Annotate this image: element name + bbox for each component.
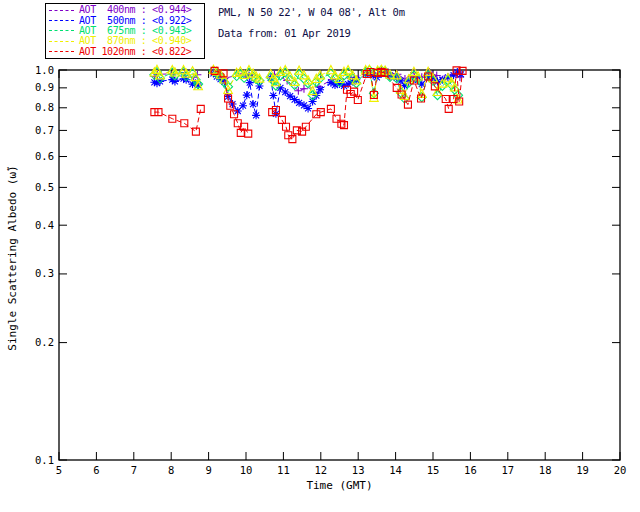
legend-box: AOT 400nm : <0.944>AOT 500nm : <0.922>AO… [45, 3, 205, 59]
x-tick-label: 8 [168, 464, 174, 476]
legend-dash-swatch [49, 41, 74, 42]
legend-item-label: AOT 1020nm : <0.822> [79, 47, 191, 57]
aeronet-ssa-plot-page: 5678910111213141516171819200.10.20.30.40… [0, 0, 640, 512]
y-axis-title: Single Scattering Albedo (ω̃) [6, 165, 19, 350]
x-tick-label: 12 [314, 464, 327, 476]
x-tick-label: 16 [464, 464, 477, 476]
legend-dash-swatch [49, 20, 74, 21]
site-location-text: PML, N 50 22', W 04 08', Alt 0m [218, 2, 405, 23]
y-tick-label: 0.8 [35, 101, 54, 113]
x-axis-title: Time (GMT) [306, 479, 372, 492]
legend-dash-swatch [49, 30, 74, 31]
legend-item: AOT 400nm : <0.944> [49, 5, 201, 15]
legend-dash-swatch [49, 10, 74, 11]
data-date-text: Data from: 01 Apr 2019 [218, 23, 405, 44]
y-tick-label: 1.0 [35, 64, 54, 76]
y-tick-label: 0.2 [35, 336, 54, 348]
legend-item: AOT 1020nm : <0.822> [49, 47, 201, 57]
x-tick-label: 9 [205, 464, 211, 476]
y-tick-label: 0.6 [35, 150, 54, 162]
y-tick-label: 0.3 [35, 267, 54, 279]
x-tick-label: 7 [131, 464, 137, 476]
x-tick-label: 6 [93, 464, 99, 476]
y-tick-label: 0.4 [35, 219, 54, 231]
x-tick-label: 11 [277, 464, 290, 476]
y-tick-label: 0.1 [35, 454, 54, 466]
y-tick-label: 0.9 [35, 81, 54, 93]
y-tick-label: 0.5 [35, 181, 54, 193]
legend-item: AOT 870nm : <0.940> [49, 36, 201, 46]
legend-item-label: AOT 400nm : <0.944> [79, 5, 191, 15]
x-tick-label: 19 [576, 464, 589, 476]
x-tick-label: 15 [427, 464, 440, 476]
legend-item-label: AOT 870nm : <0.940> [79, 36, 191, 46]
x-tick-label: 5 [56, 464, 62, 476]
x-tick-label: 20 [614, 464, 627, 476]
legend-dash-swatch [49, 51, 74, 52]
x-tick-label: 18 [539, 464, 552, 476]
plot-header: PML, N 50 22', W 04 08', Alt 0m Data fro… [218, 2, 405, 44]
y-tick-label: 0.7 [35, 124, 54, 136]
plot-border [59, 70, 620, 460]
ssa-time-series-chart: 5678910111213141516171819200.10.20.30.40… [0, 0, 640, 512]
x-tick-label: 14 [389, 464, 402, 476]
x-tick-label: 17 [501, 464, 514, 476]
x-tick-label: 13 [352, 464, 365, 476]
x-tick-label: 10 [240, 464, 253, 476]
